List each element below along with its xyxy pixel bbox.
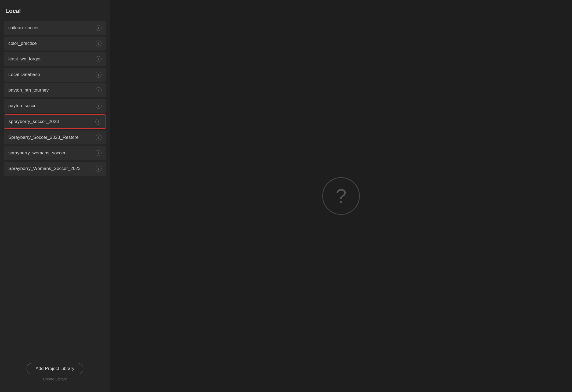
- sidebar-item-sprayberry_soccer_2023_restore[interactable]: Sprayberry_Soccer_2023_Restore: [4, 130, 106, 144]
- sidebar-item-sprayberry_womans_soccer[interactable]: sprayberry_womans_soccer: [4, 146, 106, 160]
- main-content: ?: [110, 0, 572, 392]
- question-mark-circle: ?: [322, 177, 360, 215]
- sidebar-list: cailean_soccercolor_practiceleast_we_for…: [0, 19, 110, 358]
- question-mark-container: ?: [322, 177, 360, 215]
- info-icon-color_practice[interactable]: [96, 41, 102, 46]
- sidebar-title: Local: [5, 8, 21, 14]
- info-icon-cailean_soccer[interactable]: [96, 25, 102, 31]
- add-project-library-button[interactable]: Add Project Library: [27, 363, 83, 374]
- sidebar-item-label-least_we_forget: least_we_forget: [8, 56, 41, 62]
- sidebar-item-label-sprayberry_womans_soccer_2023: Sprayberry_Womans_Soccer_2023: [8, 166, 81, 171]
- sidebar-item-color_practice[interactable]: color_practice: [4, 37, 106, 50]
- sidebar-item-label-cailean_soccer: cailean_soccer: [8, 25, 39, 31]
- create-library-link[interactable]: Create Library: [43, 377, 67, 381]
- sidebar-footer: Add Project Library Create Library: [0, 358, 110, 392]
- info-icon-sprayberry_soccer_2023[interactable]: [95, 119, 101, 125]
- info-icon-payton_nth_tourney[interactable]: [96, 87, 102, 93]
- info-icon-least_we_forget[interactable]: [96, 56, 102, 62]
- sidebar-item-cailean_soccer[interactable]: cailean_soccer: [4, 21, 106, 35]
- sidebar-item-sprayberry_womans_soccer_2023[interactable]: Sprayberry_Womans_Soccer_2023: [4, 162, 106, 176]
- sidebar-header: Local: [0, 0, 110, 19]
- sidebar-item-label-color_practice: color_practice: [8, 41, 37, 46]
- sidebar-item-label-sprayberry_soccer_2023: sprayberry_soccer_2023: [9, 119, 59, 124]
- sidebar-item-label-sprayberry_soccer_2023_restore: Sprayberry_Soccer_2023_Restore: [8, 135, 79, 140]
- sidebar-item-label-local_database: Local Database: [8, 72, 40, 77]
- sidebar: Local cailean_soccercolor_practiceleast_…: [0, 0, 110, 392]
- info-icon-local_database[interactable]: [96, 72, 102, 78]
- sidebar-item-payton_soccer[interactable]: payton_soccer: [4, 99, 106, 113]
- sidebar-item-local_database[interactable]: Local Database: [4, 68, 106, 82]
- info-icon-sprayberry_soccer_2023_restore[interactable]: [96, 135, 102, 140]
- sidebar-item-label-sprayberry_womans_soccer: sprayberry_womans_soccer: [8, 150, 66, 156]
- info-icon-sprayberry_womans_soccer_2023[interactable]: [96, 166, 102, 172]
- info-icon-payton_soccer[interactable]: [96, 103, 102, 109]
- sidebar-item-label-payton_soccer: payton_soccer: [8, 103, 38, 108]
- question-mark-symbol: ?: [336, 186, 346, 206]
- sidebar-item-payton_nth_tourney[interactable]: payton_nth_tourney: [4, 83, 106, 97]
- sidebar-item-least_we_forget[interactable]: least_we_forget: [4, 52, 106, 66]
- info-icon-sprayberry_womans_soccer[interactable]: [96, 150, 102, 156]
- sidebar-item-label-payton_nth_tourney: payton_nth_tourney: [8, 88, 49, 93]
- sidebar-item-sprayberry_soccer_2023[interactable]: sprayberry_soccer_2023: [4, 114, 106, 129]
